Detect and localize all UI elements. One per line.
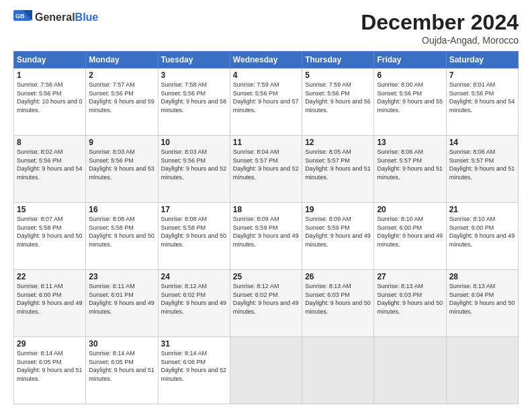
day-number: 9 [89, 138, 154, 147]
day-cell: 10 Sunrise: 8:03 AMSunset: 5:56 PMDaylig… [158, 136, 230, 203]
day-cell: 29 Sunrise: 8:14 AMSunset: 6:05 PMDaylig… [14, 337, 86, 404]
day-info: Sunrise: 8:09 AMSunset: 5:59 PMDaylight:… [305, 216, 371, 248]
day-cell [374, 337, 446, 404]
day-cell: 21 Sunrise: 8:10 AMSunset: 6:00 PMDaylig… [446, 203, 518, 270]
day-number: 15 [17, 205, 83, 214]
header-row: Sunday Monday Tuesday Wednesday Thursday… [14, 52, 519, 68]
svg-text:GB: GB [15, 13, 25, 19]
col-sunday: Sunday [14, 52, 86, 68]
day-cell: 6 Sunrise: 8:00 AMSunset: 5:56 PMDayligh… [374, 68, 446, 136]
col-monday: Monday [86, 52, 158, 68]
day-info: Sunrise: 8:06 AMSunset: 5:57 PMDaylight:… [377, 148, 443, 181]
day-info: Sunrise: 7:59 AMSunset: 5:56 PMDaylight:… [233, 81, 299, 113]
week-row-4: 22 Sunrise: 8:11 AMSunset: 6:00 PMDaylig… [14, 270, 519, 337]
day-cell: 18 Sunrise: 8:09 AMSunset: 5:59 PMDaylig… [230, 203, 302, 270]
calendar-table: Sunday Monday Tuesday Wednesday Thursday… [13, 51, 519, 404]
day-cell: 19 Sunrise: 8:09 AMSunset: 5:59 PMDaylig… [302, 203, 374, 270]
week-row-5: 29 Sunrise: 8:14 AMSunset: 6:05 PMDaylig… [14, 337, 519, 404]
day-info: Sunrise: 8:13 AMSunset: 6:04 PMDaylight:… [449, 283, 515, 315]
title-block: December 2024 Oujda-Angad, Morocco [361, 10, 519, 46]
day-info: Sunrise: 8:07 AMSunset: 5:58 PMDaylight:… [17, 216, 83, 248]
day-number: 21 [449, 205, 515, 214]
day-info: Sunrise: 7:59 AMSunset: 5:56 PMDaylight:… [305, 81, 371, 113]
month-title: December 2024 [361, 10, 519, 35]
day-number: 26 [305, 272, 371, 281]
week-row-1: 1 Sunrise: 7:56 AMSunset: 5:56 PMDayligh… [14, 68, 519, 136]
day-cell: 1 Sunrise: 7:56 AMSunset: 5:56 PMDayligh… [14, 68, 86, 136]
day-cell: 28 Sunrise: 8:13 AMSunset: 6:04 PMDaylig… [446, 270, 518, 337]
day-number: 17 [161, 205, 227, 214]
day-info: Sunrise: 8:03 AMSunset: 5:56 PMDaylight:… [161, 148, 227, 181]
day-cell: 12 Sunrise: 8:05 AMSunset: 5:57 PMDaylig… [302, 136, 374, 203]
day-cell: 30 Sunrise: 8:14 AMSunset: 6:05 PMDaylig… [86, 337, 158, 404]
day-number: 6 [377, 71, 443, 80]
day-cell [302, 337, 374, 404]
day-number: 4 [233, 71, 299, 80]
col-tuesday: Tuesday [158, 52, 230, 68]
logo-text: GeneralBlue [35, 11, 98, 24]
col-wednesday: Wednesday [230, 52, 302, 68]
day-cell: 5 Sunrise: 7:59 AMSunset: 5:56 PMDayligh… [302, 68, 374, 136]
day-cell [446, 337, 518, 404]
day-info: Sunrise: 8:10 AMSunset: 6:00 PMDaylight:… [449, 216, 515, 248]
calendar-header: Sunday Monday Tuesday Wednesday Thursday… [14, 52, 519, 68]
day-number: 24 [161, 272, 227, 281]
day-number: 19 [305, 205, 371, 214]
day-number: 5 [305, 71, 371, 80]
week-row-3: 15 Sunrise: 8:07 AMSunset: 5:58 PMDaylig… [14, 203, 519, 270]
day-info: Sunrise: 8:14 AMSunset: 6:05 PMDaylight:… [17, 350, 83, 382]
logo: GB GeneralBlue [13, 10, 98, 25]
location-subtitle: Oujda-Angad, Morocco [361, 35, 519, 46]
day-number: 22 [17, 272, 83, 281]
day-number: 27 [377, 272, 443, 281]
day-number: 2 [89, 71, 154, 80]
day-number: 1 [17, 71, 83, 80]
day-number: 25 [233, 272, 299, 281]
day-cell: 13 Sunrise: 8:06 AMSunset: 5:57 PMDaylig… [374, 136, 446, 203]
day-info: Sunrise: 8:13 AMSunset: 6:03 PMDaylight:… [305, 283, 371, 315]
day-cell: 27 Sunrise: 8:13 AMSunset: 6:03 PMDaylig… [374, 270, 446, 337]
day-cell: 7 Sunrise: 8:01 AMSunset: 5:56 PMDayligh… [446, 68, 518, 136]
col-thursday: Thursday [302, 52, 374, 68]
day-number: 10 [161, 138, 227, 147]
day-cell: 4 Sunrise: 7:59 AMSunset: 5:56 PMDayligh… [230, 68, 302, 136]
day-cell: 20 Sunrise: 8:10 AMSunset: 6:00 PMDaylig… [374, 203, 446, 270]
day-cell: 25 Sunrise: 8:12 AMSunset: 6:02 PMDaylig… [230, 270, 302, 337]
day-number: 7 [449, 71, 515, 80]
day-cell: 22 Sunrise: 8:11 AMSunset: 6:00 PMDaylig… [14, 270, 86, 337]
day-info: Sunrise: 7:57 AMSunset: 5:56 PMDaylight:… [89, 81, 154, 113]
day-info: Sunrise: 8:09 AMSunset: 5:59 PMDaylight:… [233, 216, 299, 248]
day-info: Sunrise: 8:00 AMSunset: 5:56 PMDaylight:… [377, 81, 443, 113]
day-number: 29 [17, 339, 83, 349]
day-cell: 26 Sunrise: 8:13 AMSunset: 6:03 PMDaylig… [302, 270, 374, 337]
day-cell: 16 Sunrise: 8:08 AMSunset: 5:58 PMDaylig… [86, 203, 158, 270]
day-info: Sunrise: 8:11 AMSunset: 6:00 PMDaylight:… [17, 283, 83, 315]
header: GB GeneralBlue December 2024 Oujda-Angad… [13, 10, 519, 46]
day-info: Sunrise: 7:58 AMSunset: 5:56 PMDaylight:… [161, 81, 227, 113]
col-friday: Friday [374, 52, 446, 68]
day-number: 31 [161, 339, 227, 349]
day-cell: 3 Sunrise: 7:58 AMSunset: 5:56 PMDayligh… [158, 68, 230, 136]
day-info: Sunrise: 7:56 AMSunset: 5:56 PMDaylight:… [17, 81, 83, 113]
day-info: Sunrise: 8:01 AMSunset: 5:56 PMDaylight:… [449, 81, 515, 113]
day-number: 14 [449, 138, 515, 147]
week-row-2: 8 Sunrise: 8:02 AMSunset: 5:56 PMDayligh… [14, 136, 519, 203]
day-info: Sunrise: 8:08 AMSunset: 5:58 PMDaylight:… [161, 216, 227, 248]
day-info: Sunrise: 8:04 AMSunset: 5:57 PMDaylight:… [233, 148, 299, 181]
day-info: Sunrise: 8:13 AMSunset: 6:03 PMDaylight:… [377, 283, 443, 315]
day-info: Sunrise: 8:12 AMSunset: 6:02 PMDaylight:… [161, 283, 227, 315]
day-cell: 24 Sunrise: 8:12 AMSunset: 6:02 PMDaylig… [158, 270, 230, 337]
day-cell: 23 Sunrise: 8:11 AMSunset: 6:01 PMDaylig… [86, 270, 158, 337]
day-cell [230, 337, 302, 404]
day-cell: 15 Sunrise: 8:07 AMSunset: 5:58 PMDaylig… [14, 203, 86, 270]
day-info: Sunrise: 8:06 AMSunset: 5:57 PMDaylight:… [449, 148, 515, 181]
day-number: 16 [89, 205, 154, 214]
calendar-page: GB GeneralBlue December 2024 Oujda-Angad… [0, 0, 532, 411]
day-cell: 2 Sunrise: 7:57 AMSunset: 5:56 PMDayligh… [86, 68, 158, 136]
day-info: Sunrise: 8:11 AMSunset: 6:01 PMDaylight:… [89, 283, 154, 315]
logo-blue: Blue [75, 11, 99, 23]
day-number: 18 [233, 205, 299, 214]
day-info: Sunrise: 8:14 AMSunset: 6:06 PMDaylight:… [161, 350, 227, 382]
day-info: Sunrise: 8:08 AMSunset: 5:58 PMDaylight:… [89, 216, 154, 248]
day-number: 20 [377, 205, 443, 214]
